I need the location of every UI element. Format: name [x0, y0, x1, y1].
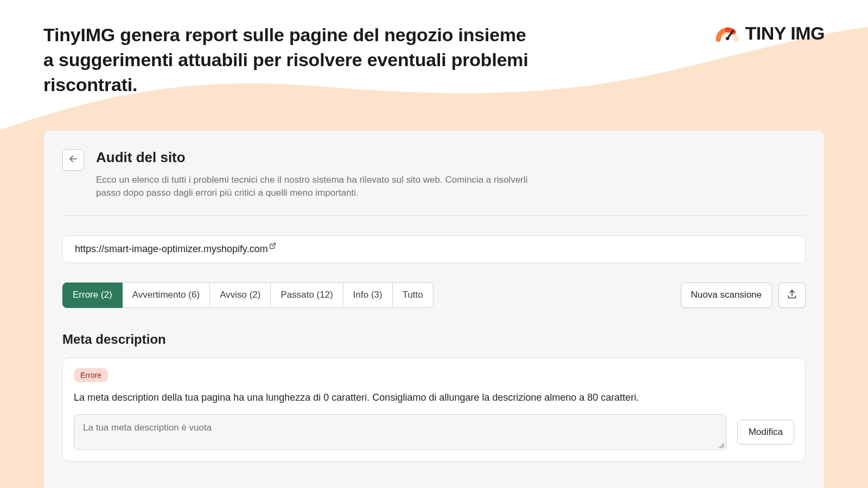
page-title: Audit del sito	[96, 149, 552, 166]
filter-tabs: Errore (2) Avvertimento (6) Avviso (2) P…	[62, 282, 433, 308]
external-link-icon	[269, 242, 276, 249]
audit-panel: Audit del sito Ecco un elenco di tutti i…	[43, 130, 825, 488]
section-title-meta-description: Meta description	[62, 332, 806, 347]
modify-button[interactable]: Modifica	[737, 420, 794, 445]
brand-name: TINY IMG	[745, 23, 825, 44]
tab-avviso[interactable]: Avviso (2)	[210, 282, 271, 308]
tab-errore[interactable]: Errore (2)	[62, 282, 123, 308]
hero-headline: TinyIMG genera report sulle pagine del n…	[43, 23, 532, 98]
tab-passato[interactable]: Passato (12)	[271, 282, 343, 308]
export-button[interactable]	[778, 282, 806, 308]
gauge-icon	[715, 23, 740, 44]
arrow-left-icon	[68, 154, 78, 165]
site-url-card[interactable]: https://smart-image-optimizer.myshopify.…	[62, 235, 806, 263]
tab-tutto[interactable]: Tutto	[393, 282, 433, 308]
tab-info[interactable]: Info (3)	[343, 282, 393, 308]
site-url: https://smart-image-optimizer.myshopify.…	[75, 243, 268, 255]
export-icon	[787, 288, 797, 302]
back-button[interactable]	[62, 149, 84, 171]
page-subtitle: Ecco un elenco di tutti i problemi tecni…	[96, 174, 552, 200]
brand-logo: TINY IMG	[715, 23, 825, 44]
issue-card: Errore La meta description della tua pag…	[62, 358, 806, 461]
tab-avvertimento[interactable]: Avvertimento (6)	[123, 282, 210, 308]
svg-line-3	[272, 243, 275, 247]
divider	[62, 215, 806, 216]
rescan-button[interactable]: Nuova scansione	[681, 282, 772, 308]
status-badge-error: Errore	[74, 368, 108, 382]
meta-description-input[interactable]: La tua meta description è vuota	[74, 414, 726, 450]
svg-point-1	[726, 37, 729, 40]
issue-description: La meta description della tua pagina ha …	[74, 391, 794, 404]
